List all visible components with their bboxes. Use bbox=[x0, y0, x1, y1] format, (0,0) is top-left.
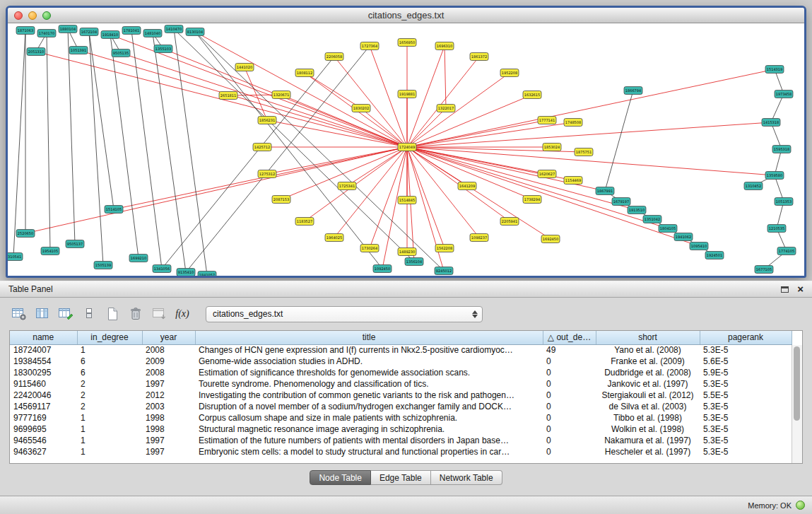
row-height-button[interactable] bbox=[79, 305, 99, 323]
table-cell[interactable]: 2008 bbox=[142, 367, 195, 378]
table-cell[interactable]: 9777169 bbox=[10, 412, 77, 424]
graph-node[interactable]: 1672104 bbox=[80, 28, 98, 36]
table-selector-dropdown[interactable]: citations_edges.txt bbox=[206, 306, 483, 322]
graph-node[interactable]: 1880104 bbox=[59, 25, 77, 33]
graph-node[interactable]: 1941062 bbox=[674, 233, 693, 241]
table-cell[interactable]: 5.3E-5 bbox=[700, 344, 792, 356]
graph-node[interactable]: 1310452 bbox=[744, 182, 763, 190]
graph-node[interactable]: 1954105 bbox=[41, 247, 59, 255]
graph-node[interactable]: 1514845 bbox=[398, 197, 416, 204]
graph-node[interactable]: 1183527 bbox=[295, 218, 314, 226]
table-row[interactable]: 946362711997Embryonic stem cells: a mode… bbox=[10, 446, 792, 457]
graph-node[interactable]: 1727364 bbox=[360, 42, 379, 50]
table-cell[interactable]: 6 bbox=[77, 367, 142, 378]
graph-node[interactable]: 1748508 bbox=[564, 119, 582, 127]
graph-node[interactable]: 1919881 bbox=[398, 90, 416, 98]
table-row[interactable]: 1872400712008Changes of HCN gene express… bbox=[10, 344, 792, 356]
graph-node[interactable]: 1359580 bbox=[765, 172, 784, 180]
graph-node[interactable]: 1210535 bbox=[767, 225, 786, 233]
table-cell[interactable]: 9115460 bbox=[10, 378, 77, 390]
table-cell[interactable]: 5.3E-5 bbox=[700, 378, 792, 390]
scrollbar-thumb[interactable] bbox=[794, 346, 800, 421]
table-cell[interactable]: Changes of HCN gene expression and I(f) … bbox=[195, 344, 543, 356]
graph-node[interactable]: 1875751 bbox=[575, 148, 593, 156]
table-cell[interactable]: Franke et al. (2009) bbox=[596, 356, 700, 367]
graph-node[interactable]: 1051353 bbox=[775, 198, 793, 206]
table-cell[interactable]: Embryonic stem cells: a model to study s… bbox=[195, 446, 543, 457]
graph-node[interactable]: 1095410 bbox=[690, 243, 708, 250]
table-cell[interactable]: 0 bbox=[543, 401, 596, 412]
column-header-pagerank[interactable]: pagerank bbox=[700, 331, 792, 344]
table-cell[interactable]: Corpus callosum shape and size in male p… bbox=[195, 412, 543, 424]
table-cell[interactable]: 49 bbox=[543, 344, 596, 356]
zoom-button[interactable] bbox=[42, 11, 51, 20]
table-cell[interactable]: 2009 bbox=[142, 356, 195, 367]
graph-node[interactable]: 1696310 bbox=[435, 42, 454, 50]
table-cell[interactable]: 1 bbox=[77, 435, 142, 446]
table-cell[interactable]: 5.6E-5 bbox=[700, 356, 792, 367]
table-cell[interactable]: 2008 bbox=[142, 344, 195, 356]
table-cell[interactable]: 5.3E-5 bbox=[700, 446, 792, 457]
graph-node[interactable]: 1351042 bbox=[643, 216, 661, 223]
column-header-year[interactable]: year bbox=[142, 331, 195, 344]
graph-node[interactable]: 1740170 bbox=[37, 30, 56, 37]
graph-node[interactable]: 2206058 bbox=[325, 53, 343, 61]
graph-node[interactable]: 1738294 bbox=[523, 196, 541, 204]
table-cell[interactable]: 6 bbox=[77, 356, 142, 367]
graph-node[interactable]: 1514105 bbox=[105, 206, 123, 214]
table-cell[interactable]: 2012 bbox=[142, 390, 195, 401]
graph-node[interactable]: 1808112 bbox=[295, 69, 314, 77]
table-cell[interactable]: Genome-wide association studies in ADHD. bbox=[195, 356, 543, 367]
table-row[interactable]: 1456911722003Disruption of a novel membe… bbox=[10, 401, 792, 412]
graph-node[interactable]: 1973458 bbox=[775, 90, 793, 98]
graph-node[interactable]: 1725341 bbox=[338, 182, 356, 190]
table-cell[interactable]: 2 bbox=[77, 401, 142, 412]
graph-node[interactable]: 1781041 bbox=[122, 27, 141, 35]
graph-node[interactable]: 9135410 bbox=[177, 269, 195, 276]
graph-node[interactable]: 1051391 bbox=[69, 47, 88, 54]
table-cell[interactable]: Investigating the contribution of common… bbox=[195, 390, 543, 401]
table-cell[interactable]: 9465546 bbox=[10, 435, 77, 446]
graph-node[interactable]: 1918410 bbox=[101, 31, 119, 39]
graph-node[interactable]: 9245012 bbox=[435, 267, 453, 275]
table-cell[interactable]: Tourette syndrome. Phenomenology and cla… bbox=[195, 378, 543, 390]
graph-node[interactable]: 1489230 bbox=[398, 248, 416, 256]
table-cell[interactable]: 1997 bbox=[142, 446, 195, 457]
table-cell[interactable]: 5.5E-5 bbox=[700, 390, 792, 401]
graph-node[interactable]: 1356104 bbox=[405, 258, 423, 266]
table-cell[interactable]: Jankovic et al. (1997) bbox=[596, 378, 700, 390]
table-cell[interactable]: 0 bbox=[543, 390, 596, 401]
table-cell[interactable]: 5.9E-5 bbox=[700, 367, 792, 378]
table-settings-button[interactable] bbox=[9, 305, 29, 323]
table-cell[interactable]: Tibbo et al. (1998) bbox=[596, 412, 700, 424]
table-cell[interactable]: 1998 bbox=[142, 412, 195, 424]
table-cell[interactable]: 1 bbox=[77, 446, 142, 457]
graph-node[interactable]: 1924501 bbox=[705, 252, 724, 259]
table-cell[interactable]: 0 bbox=[543, 356, 596, 367]
table-cell[interactable]: 0 bbox=[543, 424, 596, 435]
table-cell[interactable]: Wolkin et al. (1998) bbox=[596, 424, 700, 435]
table-cell[interactable]: 5.3E-5 bbox=[700, 412, 792, 424]
function-builder-button[interactable]: f(x) bbox=[172, 305, 192, 323]
graph-node[interactable]: 1964025 bbox=[325, 234, 343, 242]
tab-network-table[interactable]: Network Table bbox=[431, 470, 502, 485]
graph-node[interactable]: 9505137 bbox=[66, 240, 84, 248]
graph-node[interactable]: 1866794 bbox=[624, 87, 642, 95]
graph-node[interactable]: 1871063 bbox=[16, 27, 35, 35]
table-cell[interactable]: de Silva et al. (2003) bbox=[596, 401, 700, 412]
graph-node[interactable]: 1656950 bbox=[398, 39, 416, 47]
network-canvas[interactable]: 1724049185302416206271738294220594110982… bbox=[8, 23, 804, 276]
graph-node[interactable]: 1841057 bbox=[198, 271, 216, 276]
graph-node[interactable]: 2205941 bbox=[500, 218, 519, 226]
table-row[interactable]: 946554611997Estimation of the future num… bbox=[10, 435, 792, 446]
graph-node[interactable]: 1341056 bbox=[153, 265, 171, 273]
table-cell[interactable]: 1 bbox=[77, 344, 142, 356]
graph-node[interactable]: 1310541 bbox=[8, 253, 23, 261]
graph-node[interactable]: 1098237 bbox=[470, 234, 488, 242]
table-cell[interactable]: Stergiakouli et al. (2012) bbox=[596, 390, 700, 401]
table-cell[interactable]: 0 bbox=[543, 412, 596, 424]
graph-node[interactable]: 1632615 bbox=[523, 91, 541, 99]
table-cell[interactable]: 19384554 bbox=[10, 356, 77, 367]
graph-node[interactable]: 1154469 bbox=[564, 177, 582, 185]
graph-node[interactable]: 1730264 bbox=[360, 245, 379, 252]
